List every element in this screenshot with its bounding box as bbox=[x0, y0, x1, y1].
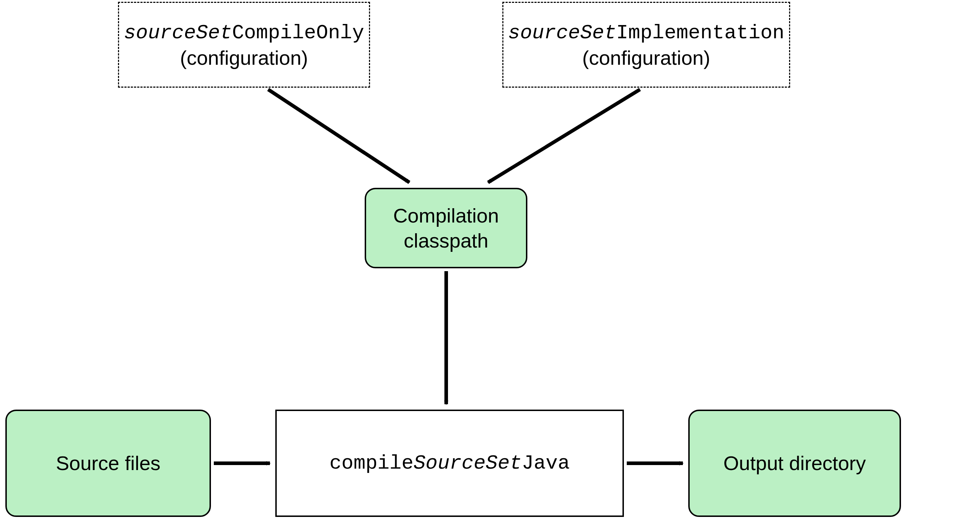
text-suffix: CompileOnly bbox=[232, 21, 364, 45]
text-suffix: Java bbox=[522, 452, 570, 475]
text-prefix: compile bbox=[329, 452, 413, 475]
text-suffix: Implementation bbox=[616, 21, 784, 45]
node-title-line2: classpath bbox=[404, 228, 488, 253]
text-prefix: sourceSet bbox=[124, 21, 232, 45]
node-source-files: Source files bbox=[5, 410, 211, 517]
edge-compileonly-classpath bbox=[268, 89, 409, 182]
edge-implementation-classpath bbox=[488, 89, 640, 182]
node-compilation-classpath: Compilation classpath bbox=[365, 188, 527, 268]
node-title-line1: Compilation bbox=[393, 203, 499, 228]
node-title: sourceSetImplementation bbox=[508, 19, 784, 45]
flow-diagram: sourceSetCompileOnly (configuration) sou… bbox=[0, 0, 980, 523]
node-subtitle: (configuration) bbox=[180, 45, 308, 70]
node-config-implementation: sourceSetImplementation (configuration) bbox=[502, 2, 790, 88]
node-compile-task: compileSourceSetJava bbox=[275, 410, 624, 517]
text-mid: SourceSet bbox=[414, 452, 522, 475]
node-subtitle: (configuration) bbox=[582, 45, 710, 70]
node-output-directory: Output directory bbox=[688, 410, 901, 517]
node-title: compileSourceSetJava bbox=[329, 451, 570, 476]
node-title: sourceSetCompileOnly bbox=[124, 19, 364, 45]
text-prefix: sourceSet bbox=[508, 21, 616, 45]
node-title: Source files bbox=[56, 451, 161, 476]
node-config-compileonly: sourceSetCompileOnly (configuration) bbox=[118, 2, 370, 88]
node-title: Output directory bbox=[723, 451, 865, 476]
